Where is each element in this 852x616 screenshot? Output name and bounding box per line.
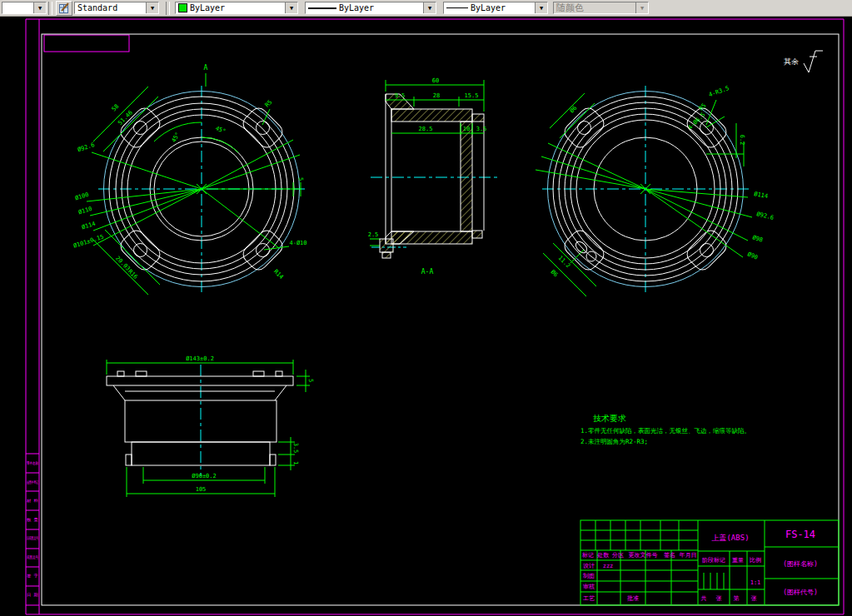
header-cell: 年月日 xyxy=(680,552,697,559)
drawing-name-label: (图样名称) xyxy=(783,560,818,568)
dim-label: 5 xyxy=(307,379,314,382)
tech-req-line: 1.零件无任何缺陷，表面光洁，无银丝、飞边，缩痕等缺陷。 xyxy=(580,427,750,435)
strip-row-label: 数 量 xyxy=(27,518,38,522)
chevron-down-icon[interactable]: ▼ xyxy=(33,2,46,13)
dim-label: 9.5 xyxy=(395,92,406,99)
scale-label: 比例 xyxy=(750,557,761,564)
chevron-down-icon: ▼ xyxy=(635,2,648,13)
weight-label: 重量 xyxy=(732,557,744,564)
header-cell: 处数 xyxy=(597,552,610,559)
dim-label: 28 xyxy=(433,92,440,99)
chevron-down-icon[interactable]: ▼ xyxy=(423,2,436,13)
sheets-cell: 张 xyxy=(716,595,722,602)
drawing-canvas[interactable]: 零件名称 借用件登记 材 料 数 量 旧底图总号 底图总号 签 字 日 期 其余 xyxy=(0,0,852,616)
dim-label: 6.2 xyxy=(739,135,745,146)
style-combo[interactable]: Standard ▼ xyxy=(74,2,159,14)
dim-label: 15.5 xyxy=(465,92,479,99)
sheets-cell: 共 xyxy=(701,595,707,602)
designer-name: zzz xyxy=(603,563,614,569)
lineweight-combo[interactable]: ByLayer ▼ xyxy=(443,2,548,14)
dim-label: 5 xyxy=(297,177,304,181)
header-cell: 分区 xyxy=(611,552,624,559)
sheets-cell: 第 xyxy=(734,595,740,602)
drawing-code-label: (图样代号) xyxy=(783,589,818,596)
linetype-icon xyxy=(308,7,336,9)
section-title: A-A xyxy=(421,268,434,276)
plotstyle-combo: 随颜色 ▼ xyxy=(553,2,649,14)
dim-label: 2.5 xyxy=(368,231,379,238)
sheets-cell: 张 xyxy=(751,595,757,602)
dim-label: 60 xyxy=(432,77,439,84)
linetype-combo-value: ByLayer xyxy=(339,3,374,12)
style-combo-value: Standard xyxy=(75,2,146,13)
row-label: 工艺 xyxy=(583,595,595,602)
section-marker-label: A xyxy=(204,64,208,72)
dim-label: Ø90±0.2 xyxy=(192,473,217,479)
strip-row-label: 零件名称 xyxy=(27,461,38,465)
tech-req-line: 2.未注明圆角为R2-R3; xyxy=(580,438,648,445)
dim-label: 3.5 xyxy=(476,126,487,132)
toolbar-separator xyxy=(166,2,170,15)
surface-note-text: 其余 xyxy=(784,57,799,66)
linetype-combo[interactable]: ByLayer ▼ xyxy=(305,2,436,14)
dim-style-value xyxy=(2,2,33,13)
header-cell: 标记 xyxy=(581,552,594,559)
dim-label: 10 xyxy=(463,126,470,132)
toolbar-separator xyxy=(48,2,52,15)
chevron-down-icon[interactable]: ▼ xyxy=(535,2,547,13)
text-style-icon[interactable] xyxy=(56,1,72,16)
style-grid-icon xyxy=(59,2,70,13)
plotstyle-combo-value: 随颜色 xyxy=(554,2,635,13)
dim-label: 1 xyxy=(292,461,299,464)
tech-req-title: 技术要求 xyxy=(593,414,626,423)
color-combo-value: ByLayer xyxy=(190,3,225,12)
color-swatch-icon xyxy=(178,3,187,12)
header-cell: 更改文件号 xyxy=(629,551,658,559)
dim-style-combo[interactable]: ▼ xyxy=(2,2,47,14)
chevron-down-icon[interactable]: ▼ xyxy=(146,2,158,13)
stage-label: 阶段标记 xyxy=(702,557,725,564)
dim-label: 3.5 xyxy=(292,443,299,454)
part-name: 上盖(ABS) xyxy=(711,534,749,542)
strip-row-label: 签 字 xyxy=(27,574,38,578)
dim-label: 105 xyxy=(196,486,207,493)
color-combo[interactable]: ByLayer ▼ xyxy=(175,2,298,14)
lineweight-combo-value: ByLayer xyxy=(471,3,506,12)
chevron-down-icon[interactable]: ▼ xyxy=(285,2,297,13)
cad-window: ▼ Standard ▼ ByLayer ▼ ByLayer ▼ ByLayer… xyxy=(0,0,852,616)
lineweight-icon xyxy=(446,7,468,8)
header-cell: 签名 xyxy=(664,552,675,559)
row-label: 批准 xyxy=(627,595,639,602)
strip-row-label: 借用件登记 xyxy=(26,479,38,485)
row-label: 设计 xyxy=(583,563,595,569)
toolbar: ▼ Standard ▼ ByLayer ▼ ByLayer ▼ ByLayer… xyxy=(0,0,852,17)
scale-value: 1:1 xyxy=(750,579,761,586)
dim-label: Ø143±0.2 xyxy=(186,355,214,362)
dim-label: 28.5 xyxy=(419,126,433,132)
row-label: 审核 xyxy=(583,584,595,590)
row-label: 制图 xyxy=(582,573,595,579)
drawing-code: FS-14 xyxy=(785,529,815,540)
dim-label: 4-Ø10 xyxy=(289,240,306,246)
